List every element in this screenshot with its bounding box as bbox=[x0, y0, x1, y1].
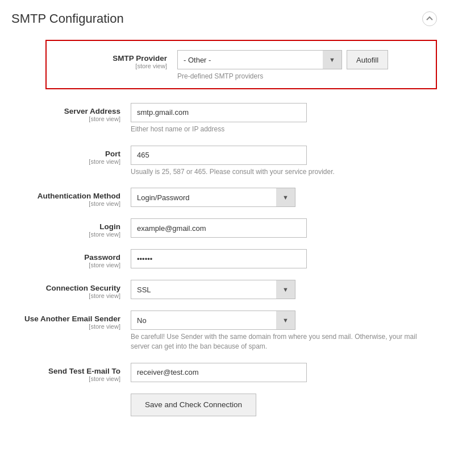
smtp-provider-row: SMTP Provider [store view] - Other - Gma… bbox=[58, 50, 424, 81]
connection-security-select-wrapper: SSL TLS None ▼ bbox=[131, 280, 295, 299]
use-another-sender-field: No Yes ▼ Be carefull! Use Sender with th… bbox=[131, 311, 437, 351]
smtp-controls: - Other - Gmail Yahoo Outlook Custom ▼ A… bbox=[177, 50, 424, 69]
password-row: Password [store view] bbox=[11, 249, 437, 268]
send-test-label: Send Test E-mail To [store view] bbox=[11, 363, 131, 382]
use-another-sender-label: Use Another Email Sender [store view] bbox=[11, 311, 131, 330]
port-input[interactable] bbox=[131, 146, 307, 165]
use-another-sender-row: Use Another Email Sender [store view] No… bbox=[11, 311, 437, 351]
smtp-provider-hint: Pre-defined SMTP providers bbox=[177, 72, 424, 81]
password-label: Password [store view] bbox=[11, 249, 131, 268]
password-field bbox=[131, 249, 437, 268]
collapse-icon[interactable] bbox=[422, 11, 437, 26]
server-address-input[interactable] bbox=[131, 103, 307, 122]
smtp-provider-label: SMTP Provider [store view] bbox=[58, 50, 177, 69]
use-another-sender-hint: Be carefull! Use Sender with the same do… bbox=[131, 332, 437, 351]
save-check-connection-button[interactable]: Save and Check Connection bbox=[131, 394, 256, 416]
send-test-field bbox=[131, 363, 437, 382]
login-label: Login [store view] bbox=[11, 218, 131, 238]
port-field: Usually is 25, 587 or 465. Please consul… bbox=[131, 146, 437, 177]
connection-security-field: SSL TLS None ▼ bbox=[131, 280, 437, 299]
auth-method-field: Login/Password PLAIN CRAM-MD5 None ▼ bbox=[131, 188, 437, 207]
chevron-up-icon bbox=[426, 15, 433, 22]
page-title: SMTP Configuration bbox=[11, 11, 124, 26]
use-another-sender-select-wrapper: No Yes ▼ bbox=[131, 311, 295, 330]
connection-security-label: Connection Security [store view] bbox=[11, 280, 131, 299]
autofill-button[interactable]: Autofill bbox=[347, 50, 388, 69]
server-address-row: Server Address [store view] Either host … bbox=[11, 103, 437, 134]
use-another-sender-select[interactable]: No Yes bbox=[131, 311, 295, 330]
auth-method-select-wrapper: Login/Password PLAIN CRAM-MD5 None ▼ bbox=[131, 188, 295, 207]
auth-method-row: Authentication Method [store view] Login… bbox=[11, 188, 437, 207]
page-wrapper: SMTP Configuration SMTP Provider [store … bbox=[0, 0, 454, 450]
smtp-provider-select[interactable]: - Other - Gmail Yahoo Outlook Custom bbox=[177, 50, 342, 69]
port-row: Port [store view] Usually is 25, 587 or … bbox=[11, 146, 437, 177]
page-header: SMTP Configuration bbox=[11, 11, 437, 26]
send-test-input[interactable] bbox=[131, 363, 307, 382]
server-address-label: Server Address [store view] bbox=[11, 103, 131, 122]
smtp-provider-select-wrapper: - Other - Gmail Yahoo Outlook Custom ▼ bbox=[177, 50, 342, 69]
connection-security-row: Connection Security [store view] SSL TLS… bbox=[11, 280, 437, 299]
server-address-field: Either host name or IP address bbox=[131, 103, 437, 134]
password-input[interactable] bbox=[131, 249, 307, 268]
form-rows: Server Address [store view] Either host … bbox=[11, 103, 437, 416]
port-hint: Usually is 25, 587 or 465. Please consul… bbox=[131, 167, 437, 177]
smtp-provider-field: - Other - Gmail Yahoo Outlook Custom ▼ A… bbox=[177, 50, 424, 81]
smtp-provider-section: SMTP Provider [store view] - Other - Gma… bbox=[45, 40, 437, 89]
port-label: Port [store view] bbox=[11, 146, 131, 165]
auth-method-select[interactable]: Login/Password PLAIN CRAM-MD5 None bbox=[131, 188, 295, 207]
connection-security-select[interactable]: SSL TLS None bbox=[131, 280, 295, 299]
save-button-row: Save and Check Connection bbox=[11, 394, 437, 416]
server-address-hint: Either host name or IP address bbox=[131, 125, 437, 134]
login-input[interactable] bbox=[131, 218, 307, 238]
login-row: Login [store view] bbox=[11, 218, 437, 238]
auth-method-label: Authentication Method [store view] bbox=[11, 188, 131, 207]
login-field bbox=[131, 218, 437, 238]
send-test-row: Send Test E-mail To [store view] bbox=[11, 363, 437, 382]
